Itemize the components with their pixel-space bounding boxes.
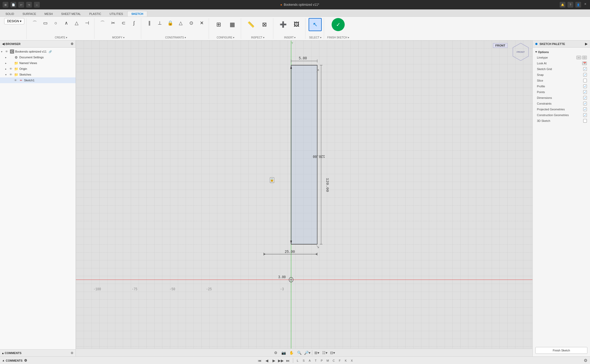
tree-origin[interactable]: ▸ 👁 📁 Origin — [0, 66, 76, 72]
undo-icon[interactable]: ↩ — [18, 2, 24, 8]
snap-checkbox[interactable]: ✓ — [583, 73, 587, 77]
coincident-button[interactable]: ‖ — [144, 18, 154, 28]
timeline-btn-4[interactable]: T — [313, 357, 318, 364]
root-visibility-icon[interactable]: 👁 — [5, 50, 9, 53]
grid-settings-button[interactable]: ▦ — [226, 18, 239, 31]
timeline-btn-3[interactable]: A — [307, 357, 312, 364]
finish-sketch-toolbar-button[interactable]: ✓ — [332, 18, 345, 31]
close-window-button[interactable]: × — [583, 2, 587, 6]
fix-button[interactable]: 🔒 — [165, 18, 175, 28]
finish-sketch-label[interactable]: FINISH SKETCH ▾ — [327, 36, 349, 39]
insert-image-button[interactable]: ➕ — [276, 18, 290, 31]
tree-root-item[interactable]: ▾ 👁 C Bookends optimized v11 🔗 — [0, 49, 76, 54]
select-label[interactable]: SELECT ▾ — [309, 36, 321, 39]
snap-toggle-button[interactable]: 📷 — [281, 350, 287, 356]
symmetry-button[interactable]: ✕ — [197, 18, 207, 28]
modify-label[interactable]: MODIFY ▾ — [112, 36, 124, 39]
timeline-btn-10[interactable]: X — [349, 357, 354, 364]
environment-button[interactable]: ⊟▾ — [330, 350, 336, 356]
zoom-options-button[interactable]: 🔎▾ — [304, 350, 310, 356]
timeline-play-button[interactable]: ▶ — [271, 357, 277, 364]
settings-gear-icon[interactable]: ⚙ — [584, 358, 587, 363]
comments-expand-icon[interactable]: ▴ — [2, 351, 4, 355]
3d-sketch-checkbox[interactable] — [583, 119, 587, 123]
create-label[interactable]: CREATE ▾ — [55, 36, 67, 39]
timeline-btn-6[interactable]: M — [325, 357, 330, 364]
profile-checkbox[interactable]: ✓ — [583, 84, 587, 88]
timeline-first-button[interactable]: ⏮ — [257, 357, 263, 364]
dimensions-checkbox[interactable]: ✓ — [583, 96, 587, 100]
tab-solid[interactable]: SOLID — [2, 11, 18, 16]
tab-sheet-metal[interactable]: SHEET METAL — [57, 11, 85, 16]
tab-utilities[interactable]: UTILITIES — [106, 11, 127, 16]
palette-options-header[interactable]: ▾ Options — [533, 49, 590, 55]
app-menu-icon[interactable]: ⊞ — [3, 2, 8, 8]
projected-geometries-checkbox[interactable]: ✓ — [583, 107, 587, 111]
spline-tool-button[interactable]: △ — [72, 18, 82, 28]
home-icon[interactable]: ⌂ — [34, 2, 40, 8]
finish-sketch-palette-button[interactable]: Finish Sketch — [535, 347, 587, 354]
sketches-visibility[interactable]: 👁 — [9, 73, 13, 76]
insert-dxf-button[interactable]: 🖼 — [290, 18, 303, 31]
slice-checkbox[interactable] — [583, 79, 587, 82]
timeline-last-button[interactable]: ⏭ — [285, 357, 291, 364]
timeline-prev-button[interactable]: ◀ — [264, 357, 270, 364]
help-icon[interactable]: ? — [568, 2, 573, 8]
rect-tool-button[interactable]: ▭ — [40, 18, 50, 28]
linetype-dashed-button[interactable]: □ — [582, 56, 587, 59]
sketch-settings-button[interactable]: ⊞ — [212, 18, 225, 31]
polyline-tool-button[interactable]: ∧ — [61, 18, 71, 28]
fillet-button[interactable]: ⌒ — [98, 18, 107, 28]
construction-geometries-checkbox[interactable]: ✓ — [583, 113, 587, 117]
zoom-button[interactable]: 🔍 — [296, 350, 303, 356]
notification-icon[interactable]: 🔔 — [560, 2, 565, 8]
circle-tool-button[interactable]: ○ — [51, 18, 61, 28]
mirror-button[interactable]: ∫ — [129, 18, 139, 28]
linetype-solid-button[interactable]: ─ — [576, 56, 581, 59]
timeline-btn-2[interactable]: S — [301, 357, 306, 364]
timeline-btn-1[interactable]: L — [295, 357, 300, 364]
browser-settings-icon[interactable]: ⚙ — [71, 42, 73, 46]
offset-button[interactable]: ⊂ — [118, 18, 128, 28]
timeline-next-button[interactable]: ▶▶ — [278, 357, 284, 364]
sketch1-visibility[interactable]: 👁 — [14, 79, 18, 82]
tree-sketch1[interactable]: ▸ 👁 ✏ Sketch1 — [0, 77, 76, 83]
conic-tool-button[interactable]: ⊣ — [82, 18, 92, 28]
camera-settings-button[interactable]: ⚙ — [273, 350, 279, 356]
comments-bar-expand-icon[interactable]: ▴ — [3, 359, 4, 362]
tab-surface[interactable]: SURFACE — [19, 11, 40, 16]
redo-icon[interactable]: ↪ — [26, 2, 32, 8]
trim-button[interactable]: ✂ — [108, 18, 118, 28]
tangent-button[interactable]: △ — [176, 18, 186, 28]
view-cube[interactable]: FRONT — [510, 42, 531, 63]
comments-settings-icon[interactable]: ⚙ — [71, 351, 73, 355]
measure-button[interactable]: 📏 — [244, 18, 257, 31]
sketch-grid-checkbox[interactable]: ✓ — [583, 67, 587, 71]
palette-expand-icon[interactable]: ▶ — [585, 42, 587, 46]
tab-sketch[interactable]: SKETCH — [127, 11, 147, 16]
timeline-btn-9[interactable]: K — [343, 357, 348, 364]
design-button[interactable]: DESIGN ▾ — [4, 18, 24, 24]
timeline-btn-5[interactable]: P — [319, 357, 324, 364]
canvas-area[interactable]: 5.00 120.00 120.00 25.00 3.00 — [76, 41, 532, 356]
inspect-label[interactable]: INSPECT ▾ — [251, 36, 264, 39]
tab-mesh[interactable]: MESH — [41, 11, 57, 16]
equal-button[interactable]: ⊙ — [186, 18, 196, 28]
timeline-btn-7[interactable]: C — [331, 357, 336, 364]
display-mode-button[interactable]: ⊞▾ — [314, 350, 320, 356]
user-icon[interactable]: 👤 — [575, 2, 581, 8]
file-icon[interactable]: 📄 — [10, 2, 16, 8]
comments-settings-icon[interactable]: ⚙ — [24, 359, 27, 362]
look-at-button[interactable]: 📅 — [582, 61, 587, 65]
pan-button[interactable]: ✋ — [288, 350, 295, 356]
browser-collapse-icon[interactable]: ◀ — [2, 42, 4, 46]
timeline-btn-8[interactable]: F — [337, 357, 342, 364]
tree-doc-settings[interactable]: ▸ 👁 ⚙ Document Settings — [0, 54, 76, 60]
origin-visibility[interactable]: 👁 — [9, 67, 13, 70]
insert-label[interactable]: INSERT ▾ — [284, 36, 296, 39]
collinear-button[interactable]: ⊥ — [155, 18, 165, 28]
points-checkbox[interactable]: ✓ — [583, 90, 587, 94]
tree-sketches[interactable]: ▾ 👁 📁 Sketches — [0, 72, 76, 77]
check-interference-button[interactable]: ⊠ — [258, 18, 271, 31]
configure-label[interactable]: CONFIGURE ▾ — [217, 36, 234, 39]
